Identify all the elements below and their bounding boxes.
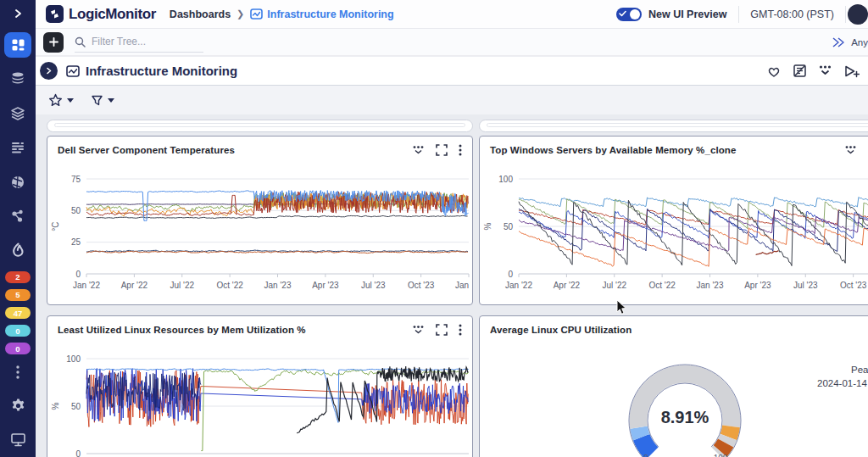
sidebar-item-websites[interactable] xyxy=(0,96,36,131)
double-chevron-icon[interactable] xyxy=(832,36,846,48)
svg-text:8.91%: 8.91% xyxy=(661,408,709,426)
filter-dropdown[interactable] xyxy=(91,94,114,107)
svg-text:Jan '23: Jan '23 xyxy=(264,281,292,290)
sidebar-item-remote-session[interactable] xyxy=(0,422,36,457)
log-lines-icon xyxy=(10,141,25,154)
add-button[interactable] xyxy=(43,32,64,53)
gauge-peak-info: Peak 2024-01-14 xyxy=(817,363,868,390)
dashboard-canvas: Dell Server Component Temperatures 02550… xyxy=(36,114,868,457)
sidebar-item-topology[interactable] xyxy=(0,199,36,234)
timezone-label[interactable]: GMT-08:00 (PST) xyxy=(739,8,845,20)
resource-tree-toolbar: Any xyxy=(36,29,868,56)
sidebar-more-button[interactable] xyxy=(0,358,36,387)
svg-text:100: 100 xyxy=(498,175,513,184)
sidebar-item-settings[interactable] xyxy=(0,388,36,423)
kebab-icon xyxy=(459,324,462,336)
widget-windows-memory: Top Windows Servers by Available Memory … xyxy=(479,136,868,305)
alert-badge-warning[interactable]: 47 xyxy=(5,307,31,319)
favorites-dropdown[interactable] xyxy=(48,93,74,107)
widget-title: Least Utilized Linux Resources by Mem Ut… xyxy=(58,325,306,335)
svg-text:100: 100 xyxy=(66,354,81,364)
play-plus-icon xyxy=(843,64,860,78)
widget-linux-cpu-gauge: Average Linux CPU Utilization 8.91%0100 … xyxy=(479,315,868,457)
top-header: LogicMonitor Dashboards ❯ Infrastructure… xyxy=(36,0,868,29)
breadcrumb-current[interactable]: Infrastructure Monitoring xyxy=(250,8,393,20)
alert-badge-info[interactable]: 0 xyxy=(5,325,31,337)
alert-badge-other[interactable]: 0 xyxy=(5,343,31,354)
favorite-button[interactable] xyxy=(766,64,782,78)
svg-text:Oct '22: Oct '22 xyxy=(216,281,243,290)
page-title: Infrastructure Monitoring xyxy=(86,64,237,78)
svg-text:50: 50 xyxy=(71,402,81,411)
alert-badge-error[interactable]: 5 xyxy=(5,289,31,301)
svg-text:Oct '23: Oct '23 xyxy=(408,281,435,290)
svg-text:Oct '22: Oct '22 xyxy=(648,281,676,290)
svg-text:Jul '23: Jul '23 xyxy=(793,281,818,290)
filter-tree-input[interactable] xyxy=(92,36,193,47)
widget-more-button[interactable] xyxy=(412,325,425,336)
svg-text:0: 0 xyxy=(643,454,648,457)
check-icon xyxy=(619,10,626,17)
header-separator xyxy=(845,6,846,23)
heart-icon xyxy=(766,64,782,78)
dots-chevron-icon xyxy=(818,64,832,77)
logicmonitor-app: 2 5 47 0 0 LogicMonitor Dashboards ❯ Inf… xyxy=(0,0,868,457)
widgets-more-button[interactable] xyxy=(818,64,832,77)
share-dashboard-button[interactable] xyxy=(843,64,860,78)
caret-down-icon xyxy=(67,98,74,103)
sidebar-item-reports[interactable] xyxy=(0,165,36,200)
gear-icon xyxy=(10,398,26,414)
svg-text:75: 75 xyxy=(71,175,81,184)
sidebar-expand-button[interactable] xyxy=(0,0,36,27)
svg-text:25: 25 xyxy=(71,237,81,247)
widget-menu-button[interactable] xyxy=(459,324,462,336)
report-disabled-button[interactable] xyxy=(793,64,807,78)
monitor-icon xyxy=(10,432,26,447)
widget-title: Average Linux CPU Utilization xyxy=(490,325,632,335)
breadcrumb-current-label: Infrastructure Monitoring xyxy=(267,8,393,20)
sidebar-item-logs[interactable] xyxy=(0,131,36,165)
funnel-icon xyxy=(91,94,103,107)
any-label[interactable]: Any xyxy=(851,37,868,47)
filter-tree-search[interactable] xyxy=(75,32,203,53)
widget-more-button[interactable] xyxy=(412,145,425,156)
fullscreen-icon xyxy=(436,144,448,156)
sidebar-item-dashboards[interactable] xyxy=(0,29,36,61)
svg-text:100: 100 xyxy=(714,454,728,457)
svg-text:Apr '22: Apr '22 xyxy=(121,281,148,290)
svg-text:Apr '23: Apr '23 xyxy=(744,281,771,290)
new-ui-toggle-label: New UI Preview xyxy=(648,8,726,20)
svg-text:Oct '23: Oct '23 xyxy=(840,281,867,290)
search-icon xyxy=(75,36,86,47)
new-ui-toggle[interactable] xyxy=(616,8,642,21)
sidebar-item-resources[interactable] xyxy=(0,62,36,97)
globe-pie-icon xyxy=(10,175,25,190)
widget-fullscreen-button[interactable] xyxy=(436,324,448,336)
dots-chevron-icon xyxy=(412,145,425,156)
user-avatar[interactable] xyxy=(848,4,868,25)
svg-text:Jul '22: Jul '22 xyxy=(602,281,626,290)
cpu-gauge-chart: 8.91%0100 xyxy=(480,343,868,457)
breadcrumb-dashboards[interactable]: Dashboards xyxy=(170,8,231,20)
layers-icon xyxy=(10,106,25,121)
collapse-tree-button[interactable] xyxy=(40,62,58,80)
svg-text:Jan '22: Jan '22 xyxy=(73,281,100,290)
svg-text:0: 0 xyxy=(508,270,513,279)
chevron-right-icon xyxy=(45,67,53,75)
svg-text:50: 50 xyxy=(71,206,81,215)
widget-title: Top Windows Servers by Available Memory … xyxy=(490,145,736,155)
svg-text:Jan '24: Jan '24 xyxy=(455,281,471,290)
dots-chevron-icon xyxy=(844,145,857,156)
svg-text:Jul '23: Jul '23 xyxy=(361,281,386,290)
widget-more-button[interactable] xyxy=(844,145,857,156)
svg-text:50: 50 xyxy=(504,222,514,231)
clipped-widget-top-left xyxy=(47,120,473,132)
sidebar: 2 5 47 0 0 xyxy=(0,0,36,457)
svg-text:%: % xyxy=(51,402,60,410)
linux-mem-chart: 050100% xyxy=(47,343,471,457)
alert-badge-critical[interactable]: 2 xyxy=(5,271,31,283)
temperature-chart: 0255075°CJan '22Apr '22Jul '22Oct '22Jan… xyxy=(47,164,471,304)
widget-menu-button[interactable] xyxy=(459,144,462,156)
sidebar-item-alerts[interactable] xyxy=(0,234,36,269)
widget-fullscreen-button[interactable] xyxy=(436,144,448,156)
